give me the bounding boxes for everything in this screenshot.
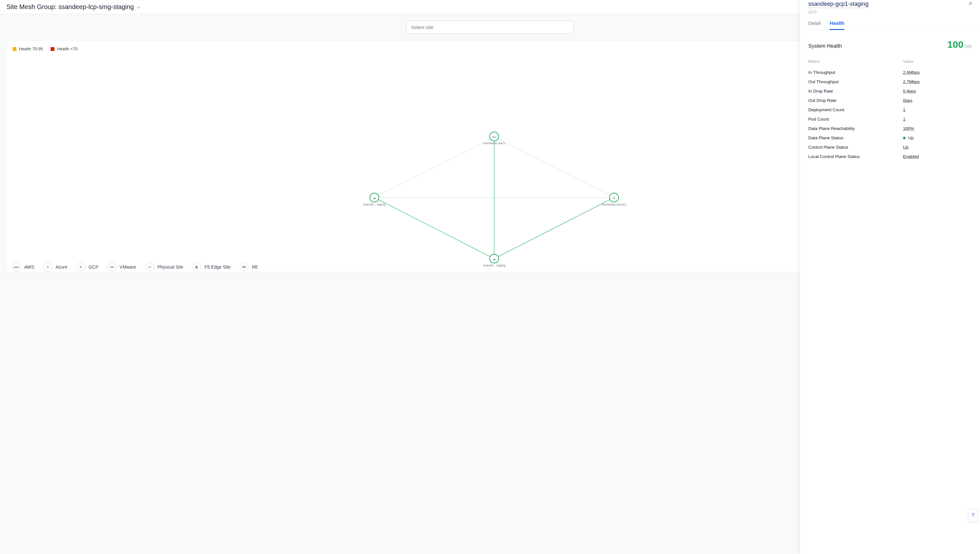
system-health-row: System Health 100 /100: [808, 39, 972, 50]
provider-icon: A: [43, 262, 52, 271]
metric-value: Up: [903, 136, 972, 140]
detail-side-panel: ssandeep-gcp1-staging ✕ GCP Detail Healt…: [800, 0, 980, 279]
svg-line-0: [374, 137, 494, 197]
panel-subtitle: GCP: [808, 10, 972, 14]
panel-header: ssandeep-gcp1-staging ✕ GCP: [808, 0, 972, 14]
system-health-label: System Health: [808, 43, 842, 49]
graph-node-top[interactable]: aws ssandeep-vpc1: [483, 132, 505, 145]
provider-icon: aws: [12, 262, 21, 271]
metric-value[interactable]: Enabled: [903, 154, 972, 159]
provider-label: AWS: [24, 264, 34, 270]
provider-icon: ▭: [145, 262, 154, 271]
status-up-icon: [903, 137, 905, 139]
svg-text:aws: aws: [492, 136, 496, 138]
svg-line-5: [494, 198, 614, 259]
metrics-header-value: Value: [903, 59, 972, 64]
tab-health[interactable]: Health: [830, 20, 844, 30]
metrics-header-metric: Metric: [808, 59, 903, 64]
metric-row: Deployment Count1: [808, 105, 972, 115]
metric-row: Data Plane StatusUp: [808, 133, 972, 142]
metric-name: Data Plane Status: [808, 136, 903, 140]
metric-value[interactable]: 1: [903, 107, 972, 112]
metric-value[interactable]: 2.7Mbps: [903, 79, 972, 84]
chevron-down-icon[interactable]: [137, 5, 141, 10]
metric-row: Out Throughput2.7Mbps: [808, 77, 972, 86]
graph-node-left[interactable]: ☁ ssande…taging: [363, 193, 385, 206]
metric-row: In Drop Rate0.4pps: [808, 86, 972, 96]
provider-item: awsAWS: [12, 262, 34, 271]
provider-item: AAzure: [43, 262, 67, 271]
provider-item: GGCP: [76, 262, 98, 271]
metric-value[interactable]: 2.6Mbps: [903, 70, 972, 75]
metric-name: Local Control Plane Status: [808, 154, 903, 159]
site-select-input[interactable]: [406, 21, 574, 34]
provider-label: GCP: [89, 264, 98, 270]
metric-row: Local Control Plane StatusEnabled: [808, 152, 972, 161]
node-top-label: ssandeep-vpc1: [483, 141, 505, 145]
svg-text:A: A: [613, 196, 615, 200]
provider-label: Azure: [56, 264, 67, 270]
provider-label: RE: [252, 264, 258, 270]
svg-text:☁: ☁: [373, 196, 376, 200]
close-icon: ✕: [968, 0, 973, 7]
provider-legend: awsAWSAAzureGGCPvmVMware▭Physical Site▥F…: [12, 262, 258, 271]
close-panel-button[interactable]: ✕: [967, 0, 974, 6]
provider-icon: RE: [240, 262, 249, 271]
node-right-label: ssandeep-azure1: [601, 203, 626, 206]
metric-name: Out Drop Rate: [808, 98, 903, 103]
provider-item: RERE: [240, 262, 258, 271]
metric-name: Deployment Count: [808, 107, 903, 112]
provider-item: ▥F5 Edge Site: [192, 262, 231, 271]
graph-node-bottom[interactable]: ☁ ssande…taging: [483, 254, 505, 267]
provider-icon: ▥: [192, 262, 201, 271]
metric-row: In Throughput2.6Mbps: [808, 68, 972, 77]
score-value: 100: [947, 39, 964, 50]
panel-tabs: Detail Health: [800, 20, 980, 30]
svg-text:☁: ☁: [493, 257, 496, 260]
metric-row: Control Plane StatusUp: [808, 142, 972, 152]
metric-name: In Throughput: [808, 70, 903, 75]
metric-name: Out Throughput: [808, 79, 903, 84]
provider-icon: G: [76, 262, 85, 271]
provider-label: F5 Edge Site: [205, 264, 231, 270]
node-bottom-label: ssande…taging: [483, 263, 505, 267]
provider-item: vmVMware: [107, 262, 136, 271]
metric-value[interactable]: 100%: [903, 126, 972, 131]
svg-line-4: [374, 198, 494, 259]
metric-name: Pod Count: [808, 117, 903, 121]
node-left-label: ssande…taging: [363, 203, 385, 206]
metric-name: Data Plane Reachability: [808, 126, 903, 131]
metrics-header: Metric Value: [808, 59, 972, 64]
svg-line-1: [494, 137, 614, 197]
provider-label: Physical Site: [158, 264, 183, 270]
metric-name: In Drop Rate: [808, 89, 903, 94]
graph-node-right[interactable]: A ssandeep-azure1: [601, 193, 626, 206]
provider-label: VMware: [119, 264, 136, 270]
metric-value[interactable]: Up: [903, 145, 972, 150]
metric-row: Out Drop Rate0pps: [808, 96, 972, 105]
metrics-table: Metric Value In Throughput2.6MbpsOut Thr…: [808, 59, 972, 161]
tab-detail[interactable]: Detail: [808, 20, 821, 30]
panel-title-link[interactable]: ssandeep-gcp1-staging: [808, 1, 869, 8]
metric-name: Control Plane Status: [808, 145, 903, 150]
score-denominator: /100: [964, 44, 972, 49]
provider-icon: vm: [107, 262, 116, 271]
metric-row: Data Plane Reachability100%: [808, 124, 972, 133]
page-title: Site Mesh Group: ssandeep-lcp-smg-stagin…: [6, 3, 134, 11]
health-score: 100 /100: [947, 39, 972, 50]
metric-row: Pod Count1: [808, 115, 972, 124]
metric-value[interactable]: 0.4pps: [903, 89, 972, 94]
provider-item: ▭Physical Site: [145, 262, 183, 271]
metric-value[interactable]: 0pps: [903, 98, 972, 103]
metric-value[interactable]: 1: [903, 117, 972, 121]
